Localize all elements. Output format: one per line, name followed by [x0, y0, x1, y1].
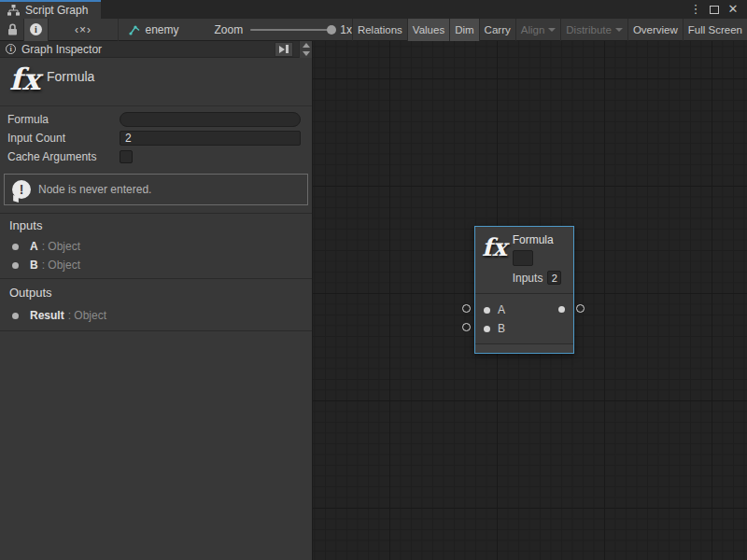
carry-toggle[interactable]: Carry: [479, 19, 515, 41]
node-formula-input[interactable]: [513, 250, 533, 266]
inspector-title: Graph Inspector: [21, 43, 102, 56]
input-count-label: Input Count: [7, 132, 120, 145]
align-dropdown[interactable]: Align: [515, 19, 561, 41]
formula-node[interactable]: fx Formula Inputs 2 A: [474, 226, 574, 354]
node-title-block: fx Formula: [0, 58, 312, 106]
chevron-down-icon: [615, 28, 623, 32]
dock-icon: [279, 46, 285, 53]
window-menu-icon[interactable]: ⋮: [689, 1, 702, 18]
overview-label: Overview: [633, 24, 678, 35]
graph-inspector-panel: i Graph Inspector fx Formula Formula Inp…: [0, 41, 313, 560]
zoom-slider[interactable]: [250, 29, 332, 31]
port-dot-icon: [12, 244, 19, 250]
node-input-count[interactable]: 2: [547, 271, 561, 285]
cache-arguments-field-row: Cache Arguments: [7, 147, 301, 166]
relations-label: Relations: [358, 24, 402, 35]
cache-arguments-checkbox[interactable]: [120, 150, 133, 163]
dim-label: Dim: [455, 24, 473, 35]
toolbar-toggle-group: Relations Values Dim Carry Align Distrib…: [352, 19, 747, 41]
maximize-icon[interactable]: [710, 6, 719, 14]
tab-script-graph[interactable]: Script Graph: [0, 0, 101, 19]
port-label: A: [498, 303, 505, 316]
port-dot-icon: [12, 262, 19, 269]
external-port-ring-a[interactable]: [462, 304, 471, 313]
scroll-down-button[interactable]: [299, 49, 312, 58]
external-port-ring-b[interactable]: [462, 323, 471, 331]
align-label: Align: [521, 24, 545, 35]
formula-node-footer: [475, 343, 573, 352]
formula-field-row: Formula: [7, 110, 301, 129]
formula-node-header: fx Formula Inputs 2: [475, 227, 573, 294]
tab-label: Script Graph: [25, 4, 88, 17]
port-type: : Object: [42, 240, 80, 253]
input-port-item-a: A : Object: [0, 237, 312, 256]
divider: [0, 213, 312, 214]
graph-reference-icon: [129, 24, 140, 35]
distribute-dropdown[interactable]: Distribute: [560, 19, 627, 41]
inputs-section-title: Inputs: [9, 217, 42, 235]
values-toggle[interactable]: Values: [407, 19, 449, 41]
input-port-b[interactable]: [484, 326, 490, 332]
values-label: Values: [413, 24, 444, 35]
graph-canvas[interactable]: fx Formula Inputs 2 A: [313, 41, 747, 560]
triangle-up-icon: [303, 43, 310, 48]
input-port-item-b: B : Object: [0, 256, 312, 274]
window-controls: ⋮ ✕: [689, 0, 747, 19]
formula-input[interactable]: [120, 112, 301, 127]
triangle-down-icon: [303, 51, 310, 56]
distribute-label: Distribute: [566, 24, 612, 35]
carry-label: Carry: [485, 24, 511, 35]
warning-box: ! Node is never entered.: [4, 174, 308, 205]
scroll-up-button[interactable]: [299, 41, 312, 49]
cache-arguments-label: Cache Arguments: [7, 150, 120, 163]
node-title: Formula: [47, 69, 94, 84]
output-port-item-result: Result : Object: [0, 306, 312, 325]
node-inputs-label: Inputs: [513, 272, 543, 285]
dim-toggle[interactable]: Dim: [449, 19, 478, 41]
external-port-ring-result[interactable]: [576, 304, 585, 313]
divider: [0, 278, 312, 279]
input-count-input[interactable]: [120, 131, 301, 146]
warning-text: Node is never entered.: [38, 183, 151, 196]
port-dot-icon: [12, 313, 19, 319]
graph-hierarchy-icon: [7, 5, 20, 16]
fx-icon: fx: [482, 233, 507, 293]
full-screen-button[interactable]: Full Screen: [683, 19, 747, 41]
zoom-control: Zoom 1x: [215, 23, 352, 36]
port-row-b: B: [475, 319, 573, 338]
inspector-header: i Graph Inspector: [0, 41, 312, 58]
fx-icon: fx: [9, 62, 40, 97]
input-count-field-row: Input Count: [7, 129, 301, 147]
breadcrumb[interactable]: enemy: [118, 23, 190, 36]
divider: [0, 330, 312, 331]
lock-icon: [7, 23, 18, 35]
scroll-spinner: [299, 41, 312, 58]
code-icon: ‹×›: [75, 23, 92, 36]
port-name: Result: [30, 309, 64, 322]
zoom-slider-handle[interactable]: [327, 25, 336, 35]
port-name: A: [30, 240, 38, 253]
formula-node-ports: A B: [475, 294, 573, 343]
close-icon[interactable]: ✕: [726, 1, 740, 18]
output-port-result[interactable]: [558, 306, 565, 313]
chevron-down-icon: [548, 28, 556, 32]
input-port-a[interactable]: [484, 307, 490, 314]
tab-bar: Script Graph ⋮ ✕: [0, 0, 747, 19]
full-screen-label: Full Screen: [688, 24, 742, 35]
relations-toggle[interactable]: Relations: [352, 19, 407, 41]
zoom-label: Zoom: [215, 23, 244, 36]
port-type: : Object: [68, 309, 106, 322]
info-toggle-button[interactable]: i: [23, 19, 49, 41]
outputs-section-title: Outputs: [9, 284, 52, 302]
port-name: B: [30, 259, 38, 272]
dock-button[interactable]: [275, 42, 293, 57]
node-title: Formula: [513, 233, 568, 246]
graph-toolbar: i ‹×› enemy Zoom 1x Relations: [0, 19, 747, 41]
port-type: : Object: [42, 259, 80, 272]
info-icon: i: [30, 23, 42, 35]
code-preview-button[interactable]: ‹×›: [69, 19, 97, 41]
overview-button[interactable]: Overview: [627, 19, 683, 41]
warning-icon: !: [12, 180, 31, 199]
script-graph-window: Script Graph ⋮ ✕ i ‹×› en: [0, 0, 747, 560]
lock-button[interactable]: [2, 19, 23, 41]
